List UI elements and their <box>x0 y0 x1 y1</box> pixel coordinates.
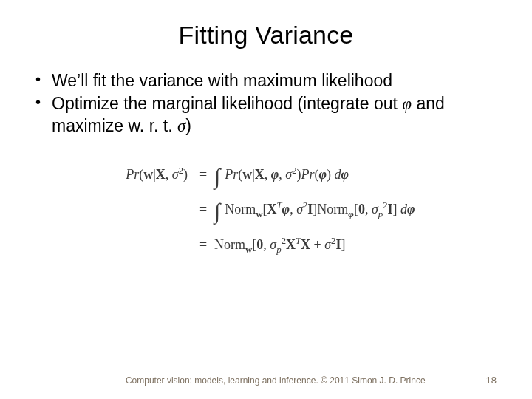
eq-r3-zero: 0 <box>256 237 263 252</box>
eq-r2-subw: w <box>256 208 262 219</box>
eq-lhs-pr: Pr <box>126 167 139 182</box>
eq-lhs-w: w <box>143 167 153 182</box>
eq-r1-pr1: Pr <box>225 167 238 182</box>
eq-lhs-close: ) <box>183 167 188 182</box>
eq-r2-I2: I <box>388 202 393 216</box>
page-title: Fitting Variance <box>30 21 502 50</box>
eq-r2-phi: φ <box>282 202 290 216</box>
eq-r2-norm: Norm <box>225 202 256 216</box>
eq-r2-dphi-d: d <box>398 202 408 216</box>
eq-eq-2: = <box>192 194 214 225</box>
eq-r3-T: T <box>296 236 301 246</box>
eq-lhs: Pr(w|X, σ2) <box>52 159 192 191</box>
eq-r1-phi: φ <box>271 167 279 182</box>
eq-lhs-comma: , <box>166 167 172 182</box>
eq-rhs-2: ∫ Normw[XTφ, σ2I]Normφ[0, σp2I] dφ <box>214 194 502 225</box>
eq-r3-subw: w <box>245 243 252 254</box>
eq-r1-c1: , <box>265 167 271 182</box>
eq-r1-phi2: φ <box>319 167 327 182</box>
eq-r2-norm2: Norm <box>317 202 348 216</box>
eq-r1-dphi-phi: φ <box>341 167 349 182</box>
eq-r3-sig: σ <box>324 237 331 252</box>
eq-eq-3: = <box>192 229 214 261</box>
eq-lhs-X: X <box>156 167 166 182</box>
eq-r3-sigp: σ <box>270 237 276 252</box>
eq-r2-sigp: σ <box>372 202 378 216</box>
bullet-2-phi: φ <box>402 95 412 113</box>
eq-r2-sig: σ <box>296 202 303 216</box>
eq-rhs-1: ∫ Pr(w|X, φ, σ2)Pr(φ) dφ <box>214 159 502 191</box>
eq-r3-brR: ] <box>341 237 345 252</box>
eq-r1-w: w <box>242 167 252 182</box>
integral-icon-2: ∫ <box>214 202 220 220</box>
bullet-2: Optimize the marginal likelihood (integr… <box>35 93 502 137</box>
eq-r3-body: Normw[0, σp2XTX + σ2I] <box>214 229 345 261</box>
eq-r2-T: T <box>277 200 282 211</box>
eq-r2-X: X <box>267 202 277 216</box>
eq-r3-X2: X <box>301 237 310 252</box>
bullet-2-text-c: ) <box>185 116 191 135</box>
eq-lhs-sigma: σ <box>172 167 179 182</box>
eq-r3-X: X <box>286 237 296 252</box>
eq-eq-1: = <box>192 159 214 191</box>
bullet-2-text-a: Optimize the marginal likelihood (integr… <box>52 94 402 113</box>
eq-r2-subphi: φ <box>348 208 354 219</box>
bullet-list: We’ll fit the variance with maximum like… <box>30 70 502 137</box>
slide: Fitting Variance We’ll fit the variance … <box>0 0 532 399</box>
footer-text: Computer vision: models, learning and in… <box>126 375 426 386</box>
eq-r2-dphi-phi: φ <box>407 202 415 216</box>
eq-r1-body: Pr(w|X, φ, σ2)Pr(φ) dφ <box>225 159 349 191</box>
eq-r2-c2: , <box>365 202 372 216</box>
bullet-2-sigma: σ <box>177 117 185 135</box>
eq-rhs-3: Normw[0, σp2XTX + σ2I] <box>214 229 502 261</box>
footer: Computer vision: models, learning and in… <box>0 375 532 386</box>
eq-r1-pr2: Pr <box>301 167 315 182</box>
eq-r1-dphi-d: d <box>331 167 341 182</box>
page-number: 18 <box>486 375 497 386</box>
eq-r3-plus: + <box>310 237 324 252</box>
eq-r2-c: , <box>290 202 296 216</box>
equation-block: Pr(w|X, σ2) = ∫ Pr(w|X, φ, σ2)Pr(φ) dφ =… <box>30 159 502 261</box>
eq-r1-sig: σ <box>285 167 292 182</box>
eq-r2-body: Normw[XTφ, σ2I]Normφ[0, σp2I] dφ <box>225 194 415 225</box>
eq-r3-c: , <box>263 237 270 252</box>
integral-icon: ∫ <box>214 168 220 185</box>
eq-r2-zero: 0 <box>358 202 365 216</box>
eq-r3-norm: Norm <box>214 237 245 252</box>
bullet-1: We’ll fit the variance with maximum like… <box>35 70 502 92</box>
eq-r1-X: X <box>255 167 265 182</box>
eq-r1-c2: , <box>279 167 285 182</box>
